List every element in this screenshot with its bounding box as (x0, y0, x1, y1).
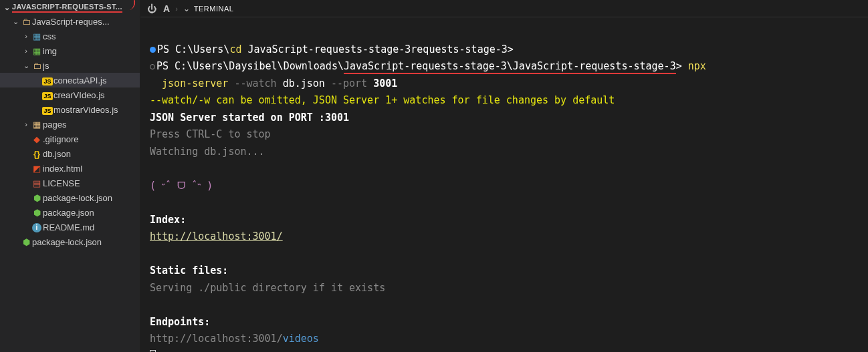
folder-pages-icon: ▦ (31, 120, 43, 130)
chevron-right-icon: › (21, 120, 31, 128)
npm-icon: ⬢ (20, 237, 32, 247)
explorer-sidebar: ⌄ JAVASCRIPT-REQUESTS-ST... ⌄ 🗀 JavaScri… (0, 0, 140, 352)
separator: › (174, 5, 179, 13)
js-file-icon: JS (41, 75, 53, 85)
idle-dot-icon (150, 64, 155, 69)
active-dot-icon (150, 47, 156, 53)
terminal-tab[interactable]: TERMINAL (194, 5, 234, 13)
folder-project[interactable]: ⌄ 🗀 JavaScript-reques... (0, 14, 140, 29)
folder-label: css (43, 31, 140, 41)
folder-open-icon: 🗀 (20, 17, 32, 27)
info-icon: i (31, 222, 43, 232)
file-label: index.html (43, 164, 140, 174)
folder-label: img (43, 46, 140, 56)
json-icon: {} (31, 149, 43, 159)
indent (150, 77, 162, 90)
file-readme[interactable]: i README.md (0, 220, 140, 234)
js-file-icon: JS (41, 90, 53, 100)
warning-line: --watch/-w can be omitted, JSON Server 1… (150, 94, 615, 106)
chevron-down-icon[interactable]: ⌄ (183, 4, 190, 13)
cmd-jsonserver: json-server (162, 77, 228, 90)
cmd-npx: npx (688, 60, 706, 72)
static-heading: Static files: (150, 265, 228, 277)
file-packagelock[interactable]: ⬢ package-lock.json (0, 190, 140, 205)
prompt-gt: > (676, 60, 688, 72)
file-label: package-lock.json (43, 193, 140, 203)
file-license[interactable]: ▤ LICENSE (0, 176, 140, 190)
ascii-art: ( ˶ˆ ᗜ ˆ˵ ) (150, 180, 213, 192)
index-url[interactable]: http://localhost:3001/ (150, 230, 283, 242)
prompt-text: PS C:\Users\Daysibel\Downloads\ (156, 60, 344, 72)
param-watch: --watch (228, 77, 282, 90)
file-label: conectaAPI.js (53, 75, 140, 85)
file-outer-packagelock[interactable]: ⬢ package-lock.json (0, 234, 140, 249)
license-icon: ▤ (31, 178, 43, 188)
param-port: --port (325, 77, 373, 90)
prompt-path-underlined: JavaScript-requests-stage-3\JavaScript-r… (344, 60, 676, 74)
folder-open-icon: 🗀 (31, 61, 43, 71)
file-crearVideo[interactable]: JS crearVIdeo.js (0, 87, 140, 102)
chevron-down-icon: ⌄ (3, 3, 12, 12)
npm-icon: ⬢ (31, 208, 43, 218)
html-icon: ◩ (31, 164, 43, 174)
folder-js[interactable]: ⌄ 🗀 js (0, 58, 140, 73)
npm-icon: ⬢ (31, 193, 43, 203)
arg-db: db.json (283, 77, 325, 90)
plug-icon[interactable]: ⏻ (147, 3, 156, 14)
chevron-right-icon: › (21, 32, 31, 40)
js-file-icon: JS (41, 105, 53, 115)
arg-port: 3001 (373, 77, 397, 90)
folder-label: JavaScript-reques... (32, 17, 140, 27)
file-label: mostrarVideos.js (53, 105, 140, 115)
file-mostrarVideos[interactable]: JS mostrarVideos.js (0, 102, 140, 117)
cmd-cd: cd (229, 43, 241, 55)
endpoints-url[interactable]: http://localhost:3001/videos (150, 333, 319, 345)
chevron-down-icon: ⌄ (11, 17, 20, 26)
explorer-root-header[interactable]: ⌄ JAVASCRIPT-REQUESTS-ST... (0, 0, 140, 14)
index-heading: Index: (150, 214, 186, 226)
explorer-root-label: JAVASCRIPT-REQUESTS-ST... (12, 3, 122, 13)
endpoints-heading: Endpoints: (150, 316, 210, 328)
terminal-output[interactable]: PS C:\Users\cd JavaScript-requests-stage… (140, 17, 868, 352)
watching-line: Watching db.json... (150, 146, 265, 158)
chevron-down-icon: ⌄ (21, 61, 31, 70)
chevron-right-icon: › (21, 47, 31, 55)
folder-label: js (43, 61, 140, 71)
file-label: README.md (43, 222, 140, 232)
folder-css[interactable]: › ▦ css (0, 29, 140, 43)
file-label: db.json (43, 149, 140, 159)
git-icon: ◆ (31, 134, 43, 144)
folder-img-icon: ▦ (31, 46, 43, 56)
file-label: package-lock.json (32, 237, 140, 247)
file-label: .gitignore (43, 134, 140, 144)
main-panel: ⏻ A › ⌄ TERMINAL PS C:\Users\cd JavaScri… (140, 0, 868, 352)
file-gitignore[interactable]: ◆ .gitignore (0, 132, 140, 146)
folder-css-icon: ▦ (31, 31, 43, 41)
ctrlc-line: Press CTRL-C to stop (150, 128, 271, 140)
folder-label: pages (43, 120, 140, 130)
file-label: LICENSE (43, 178, 140, 188)
prompt-text: PS C:\Users\ (157, 43, 229, 55)
file-label: crearVIdeo.js (53, 90, 140, 100)
folder-img[interactable]: › ▦ img (0, 43, 140, 58)
started-line: JSON Server started on PORT :3001 (150, 112, 349, 124)
file-dbjson[interactable]: {} db.json (0, 146, 140, 161)
file-label: package.json (43, 208, 140, 218)
folder-pages[interactable]: › ▦ pages (0, 117, 140, 132)
static-text: Serving ./public directory if it exists (150, 282, 385, 294)
file-conectaAPI[interactable]: JS conectaAPI.js (0, 73, 140, 87)
panel-tabs: ⏻ A › ⌄ TERMINAL (140, 0, 868, 17)
file-indexhtml[interactable]: ◩ index.html (0, 161, 140, 176)
prompt-rest: JavaScript-requests-stage-3requests-stag… (241, 43, 513, 55)
a-icon[interactable]: A (163, 3, 170, 14)
file-packagejson[interactable]: ⬢ package.json (0, 205, 140, 220)
